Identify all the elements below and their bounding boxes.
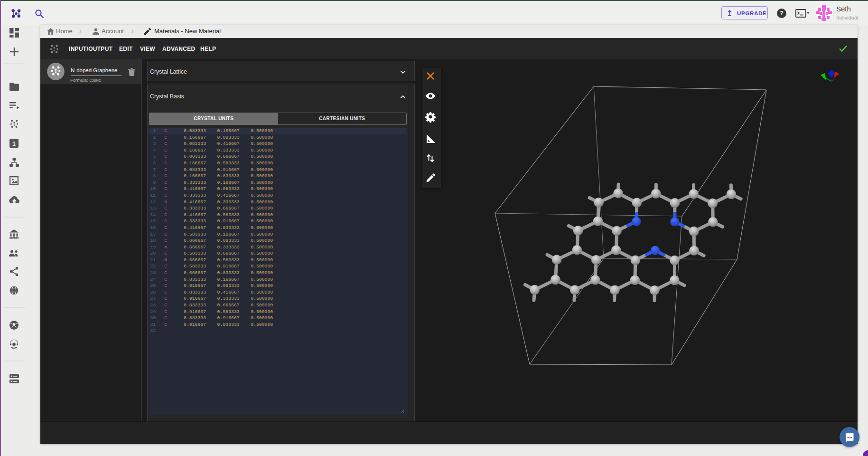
svg-text:1: 1 — [12, 141, 16, 147]
